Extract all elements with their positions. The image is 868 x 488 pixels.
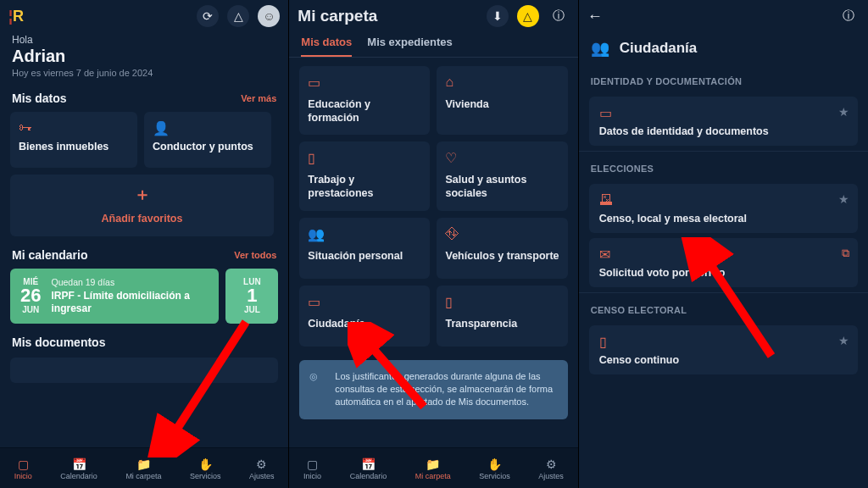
row-label: Datos de identidad y documentos: [599, 125, 848, 137]
cal-title: IRPF - Límite domiciliación a ingresar: [51, 290, 209, 315]
id-icon: ▭: [308, 294, 421, 309]
ballot-icon: 🗳: [599, 192, 848, 206]
vermas-link[interactable]: Ver más: [241, 93, 276, 103]
tab-label: Calendario: [350, 472, 387, 480]
topbar: ¦R ⟳ △ ☺: [0, 0, 288, 32]
screen-ciudadania: ← ⓘ 👥 Ciudadanía IDENTIDAD Y DOCUMENTACI…: [579, 0, 868, 488]
tab-label: Inicio: [14, 472, 32, 480]
people-icon: 👥: [591, 39, 609, 58]
tab-ajustes[interactable]: ⚙Ajustes: [538, 457, 564, 480]
micalendario-title: Mi calendario: [12, 248, 87, 262]
star-icon[interactable]: ★: [838, 105, 849, 119]
calendar-row: MIÉ 26 JUN Quedan 19 días IRPF - Límite …: [0, 265, 288, 327]
cal-mon: JUN: [20, 305, 41, 314]
star-icon[interactable]: ★: [838, 192, 849, 206]
app-logo: ¦R: [8, 8, 24, 25]
tab-label: Calendario: [60, 472, 97, 480]
tab-ajustes[interactable]: ⚙Ajustes: [249, 457, 275, 480]
tile-label: Añadir favoritos: [102, 213, 183, 226]
book-icon: ▭: [308, 75, 421, 90]
home-icon: ▢: [14, 457, 32, 472]
tab-misdatos[interactable]: Mis datos: [301, 36, 352, 57]
tile-conductor[interactable]: 👤 Conductor y puntos: [144, 112, 271, 168]
misdoc-title: Mis documentos: [12, 336, 105, 349]
alert-icon[interactable]: △: [517, 5, 539, 27]
folder-icon: 📁: [125, 457, 161, 472]
cat-label: Vivienda: [445, 98, 559, 112]
greeting-hola: Hola: [12, 34, 276, 46]
cal-daycol: LUN 1 JUL: [243, 277, 261, 314]
subhead-censo: CENSO ELECTORAL: [579, 292, 868, 320]
folder-icon: 📁: [415, 457, 451, 472]
card-icon: ▭: [599, 105, 848, 119]
cat-vehiculos[interactable]: ⛗Vehículos y transporte: [437, 218, 567, 279]
cat-transparencia[interactable]: ▯Transparencia: [437, 286, 567, 347]
tab-misexpedientes[interactable]: Mis expedientes: [367, 36, 452, 57]
cal-sub: Quedan 19 días: [51, 277, 209, 287]
row-voto-correo[interactable]: ✉ Solicitud voto por correo ⧉: [589, 238, 858, 287]
tab-calendario[interactable]: 📅Calendario: [60, 457, 97, 480]
cat-educacion[interactable]: ▭Educación y formación: [299, 66, 430, 135]
tab-label: Servicios: [479, 472, 510, 480]
misdatos-head: Mis datos Ver más: [0, 83, 288, 108]
topbar: ← ⓘ: [579, 0, 868, 32]
avatar[interactable]: ☺: [258, 5, 280, 27]
tab-calendario[interactable]: 📅Calendario: [350, 457, 387, 480]
star-icon[interactable]: ★: [838, 334, 849, 347]
row-identidad[interactable]: ▭ Datos de identidad y documentos ★: [589, 97, 858, 146]
gear-icon: ⚙: [538, 457, 564, 472]
briefcase-icon: ▯: [308, 150, 421, 165]
tab-label: Ajustes: [538, 472, 564, 480]
cal-daycol: MIÉ 26 JUN: [20, 277, 41, 314]
misdoc-box[interactable]: [10, 358, 278, 383]
cat-label: Vehículos y transporte: [445, 250, 559, 263]
tile-label: Bienes inmuebles: [19, 141, 129, 154]
page-title: Mi carpeta: [298, 7, 377, 25]
alert-icon[interactable]: △: [227, 5, 249, 27]
services-icon: ✋: [479, 457, 510, 472]
misdatos-title: Mis datos: [12, 92, 67, 105]
tabbar: ▢Inicio 📅Calendario 📁Mi carpeta ✋Servici…: [0, 447, 288, 488]
cat-ciudadania[interactable]: ▭Ciudadanía: [299, 286, 430, 347]
info-icon[interactable]: ⓘ: [548, 5, 570, 27]
row-label: Censo continuo: [599, 354, 848, 366]
cal-card-next[interactable]: LUN 1 JUL: [225, 269, 278, 324]
cal-card-irpf[interactable]: MIÉ 26 JUN Quedan 19 días IRPF - Límite …: [10, 269, 219, 324]
tab-micarpeta[interactable]: 📁Mi carpeta: [415, 457, 451, 480]
tab-label: Inicio: [303, 472, 321, 480]
tab-inicio[interactable]: ▢Inicio: [14, 457, 32, 480]
row-censo-local[interactable]: 🗳 Censo, local y mesa electoral ★: [589, 184, 858, 233]
steering-icon: ◎: [309, 370, 318, 383]
tab-label: Servicios: [190, 472, 221, 480]
row-label: Solicitud voto por correo: [599, 267, 848, 279]
external-link-icon[interactable]: ⧉: [842, 247, 849, 260]
info-text: Los justificantes generados durante algu…: [335, 371, 553, 408]
vertodos-link[interactable]: Ver todos: [234, 250, 276, 260]
road-icon: ⛗: [445, 226, 559, 241]
tile-add-favoritos[interactable]: ＋ Añadir favoritos: [10, 175, 274, 236]
back-icon[interactable]: ←: [587, 8, 603, 25]
cal-day: 1: [243, 286, 261, 305]
download-icon[interactable]: ⬇: [487, 5, 509, 27]
screen-inicio: ¦R ⟳ △ ☺ Hola Adrian Hoy es viernes 7 de…: [0, 0, 289, 488]
tab-inicio[interactable]: ▢Inicio: [303, 457, 321, 480]
refresh-icon[interactable]: ⟳: [197, 5, 219, 27]
doc-icon: ▯: [599, 334, 848, 347]
cat-situacion[interactable]: 👥Situación personal: [299, 218, 430, 279]
cat-salud[interactable]: ♡Salud y asuntos sociales: [437, 141, 567, 210]
info-box: ◎ Los justificantes generados durante al…: [299, 360, 567, 419]
subhead-elecciones: ELECCIONES: [579, 151, 868, 179]
cal-dow: MIÉ: [20, 277, 41, 286]
section-header: 👥 Ciudadanía: [579, 32, 868, 64]
tab-servicios[interactable]: ✋Servicios: [479, 457, 510, 480]
info-icon[interactable]: ⓘ: [837, 5, 860, 27]
doc-icon: ▯: [445, 294, 559, 309]
subhead-identidad: IDENTIDAD Y DOCUMENTACIÓN: [579, 64, 868, 92]
tab-servicios[interactable]: ✋Servicios: [190, 457, 221, 480]
cat-trabajo[interactable]: ▯Trabajo y prestaciones: [299, 141, 430, 210]
tab-micarpeta[interactable]: 📁Mi carpeta: [125, 457, 161, 480]
tile-bienes[interactable]: 🗝 Bienes inmuebles: [10, 112, 137, 168]
row-censo-continuo[interactable]: ▯ Censo continuo ★: [589, 325, 858, 374]
cat-label: Ciudadanía: [308, 318, 421, 331]
cat-vivienda[interactable]: ⌂Vivienda: [437, 66, 567, 135]
